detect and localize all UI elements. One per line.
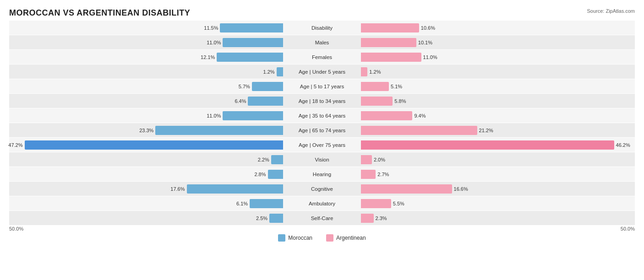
right-value: 16.6%	[454, 186, 468, 192]
left-value: 12.1%	[201, 54, 215, 60]
legend-argentinean-box	[326, 234, 333, 242]
right-value: 5.1%	[391, 84, 402, 89]
right-value: 21.2%	[479, 128, 493, 133]
left-value: 2.8%	[254, 172, 266, 177]
right-value: 1.2%	[369, 69, 381, 75]
bar-center-label: Ambulatory	[283, 201, 361, 206]
right-value: 10.6%	[421, 25, 435, 31]
left-value: 2.5%	[256, 215, 267, 221]
legend-argentinean: Argentinean	[326, 234, 366, 242]
right-value: 5.5%	[393, 201, 404, 206]
left-value: 11.0%	[207, 113, 221, 118]
right-value: 5.8%	[394, 98, 406, 104]
legend: Moroccan Argentinean	[9, 234, 635, 242]
bar-center-label: Age | 18 to 34 years	[283, 98, 361, 104]
table-row: 1.2% Age | Under 5 years 1.2%	[9, 65, 635, 79]
right-value: 11.0%	[423, 54, 437, 60]
table-row: 11.0% Age | 35 to 64 years 9.4%	[9, 108, 635, 123]
left-value: 47.2%	[8, 142, 22, 148]
bar-center-label: Cognitive	[283, 186, 361, 192]
right-value: 2.3%	[376, 215, 387, 221]
bar-center-label: Females	[283, 54, 361, 60]
right-value: 46.2%	[616, 142, 630, 148]
bar-center-label: Age | Over 75 years	[283, 142, 361, 148]
bar-center-label: Self-Care	[283, 215, 361, 221]
axis-labels: 50.0% 50.0%	[9, 226, 635, 232]
bar-center-label: Males	[283, 40, 361, 45]
right-value: 2.7%	[377, 172, 389, 177]
chart-container: MOROCCAN VS ARGENTINEAN DISABILITY Sourc…	[0, 0, 644, 280]
table-row: 17.6% Cognitive 16.6%	[9, 182, 635, 196]
left-value: 6.4%	[235, 98, 246, 104]
legend-moroccan: Moroccan	[278, 234, 312, 242]
table-row: 11.0% Males 10.1%	[9, 35, 635, 49]
left-value: 11.5%	[204, 25, 218, 31]
right-value: 2.0%	[374, 157, 385, 162]
axis-left: 50.0%	[9, 226, 23, 232]
table-row: 11.5% Disability 10.6%	[9, 21, 635, 35]
legend-moroccan-box	[278, 234, 285, 242]
right-value: 9.4%	[414, 113, 426, 118]
table-row: 6.1% Ambulatory 5.5%	[9, 196, 635, 210]
left-value: 17.6%	[170, 186, 185, 192]
table-row: 5.7% Age | 5 to 17 years 5.1%	[9, 79, 635, 93]
left-value: 5.7%	[239, 84, 250, 89]
bar-center-label: Age | 65 to 74 years	[283, 128, 361, 133]
chart-title: MOROCCAN VS ARGENTINEAN DISABILITY	[9, 8, 635, 18]
table-row: 6.4% Age | 18 to 34 years 5.8%	[9, 94, 635, 108]
bar-center-label: Age | 5 to 17 years	[283, 84, 361, 89]
table-row: 2.5% Self-Care 2.3%	[9, 211, 635, 225]
table-row: 23.3% Age | 65 to 74 years 21.2%	[9, 123, 635, 137]
chart-area: 11.5% Disability 10.6% 11.0% Males 10.1%	[9, 21, 635, 225]
left-value: 1.2%	[263, 69, 275, 75]
legend-moroccan-label: Moroccan	[288, 235, 312, 241]
left-value: 11.0%	[207, 40, 221, 45]
legend-argentinean-label: Argentinean	[336, 235, 366, 241]
bar-center-label: Age | Under 5 years	[283, 69, 361, 75]
bar-center-label: Vision	[283, 157, 361, 162]
bar-center-label: Hearing	[283, 172, 361, 177]
bar-center-label: Age | 35 to 64 years	[283, 113, 361, 118]
axis-right: 50.0%	[621, 226, 635, 232]
bar-center-label: Disability	[283, 25, 361, 31]
left-value: 23.3%	[139, 128, 153, 133]
left-value: 6.1%	[236, 201, 248, 206]
left-value: 2.2%	[258, 157, 269, 162]
table-row: 2.2% Vision 2.0%	[9, 152, 635, 167]
table-row: 12.1% Females 11.0%	[9, 50, 635, 64]
right-value: 10.1%	[418, 40, 432, 45]
table-row: 47.2% Age | Over 75 years 46.2%	[9, 138, 635, 152]
table-row: 2.8% Hearing 2.7%	[9, 167, 635, 181]
source-label: Source: ZipAtlas.com	[587, 8, 635, 14]
